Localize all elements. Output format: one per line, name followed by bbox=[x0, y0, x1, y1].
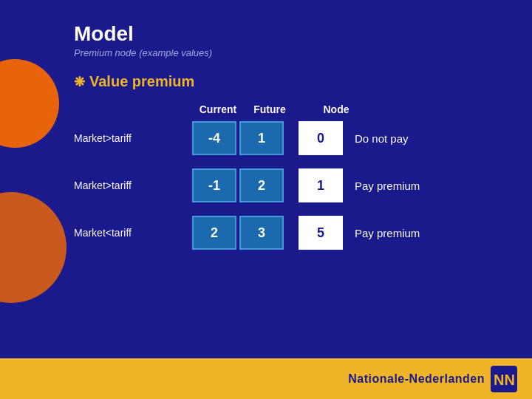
row-label-3: Market<tariff bbox=[74, 227, 192, 239]
cell-future-2: 2 bbox=[239, 168, 284, 202]
table-row: Market>tariff -1 2 1 Pay premium bbox=[74, 168, 517, 202]
table-row: Market<tariff 2 3 5 Pay premium bbox=[74, 216, 517, 250]
header-future: Future bbox=[244, 103, 296, 115]
slide-subtitle: Premium node (example values) bbox=[74, 47, 517, 58]
circle-bottom bbox=[0, 192, 66, 303]
circle-top bbox=[0, 59, 59, 148]
cell-current-3: 2 bbox=[192, 216, 236, 250]
row-action-1: Do not pay bbox=[355, 132, 409, 145]
slide-title: Model bbox=[74, 22, 517, 46]
cell-node-3: 5 bbox=[299, 216, 343, 250]
cell-future-1: 1 bbox=[239, 121, 284, 155]
row-action-2: Pay premium bbox=[355, 180, 420, 192]
cell-node-1: 0 bbox=[299, 121, 343, 155]
cell-current-1: -4 bbox=[192, 121, 236, 155]
row-action-3: Pay premium bbox=[355, 227, 420, 239]
header-node: Node bbox=[310, 103, 362, 115]
premium-table: Current Future Node Market>tariff -4 1 0… bbox=[74, 103, 517, 250]
brand-name: Nationale-Nederlanden bbox=[348, 372, 485, 386]
cell-future-3: 3 bbox=[239, 216, 284, 250]
main-content: Model Premium node (example values) ❋ Va… bbox=[74, 22, 517, 355]
decorative-circles bbox=[0, 44, 66, 355]
section-heading: ❋ Value premium bbox=[74, 73, 517, 90]
brand-logo-icon: NN bbox=[491, 366, 517, 392]
row-label-1: Market>tariff bbox=[74, 132, 192, 144]
table-header: Current Future Node bbox=[192, 103, 517, 115]
svg-text:NN: NN bbox=[494, 372, 515, 388]
header-current: Current bbox=[192, 103, 244, 115]
brand-bar: Nationale-Nederlanden NN bbox=[0, 358, 532, 399]
row-label-2: Market>tariff bbox=[74, 180, 192, 191]
section-heading-text: Value premium bbox=[89, 73, 194, 90]
cell-node-2: 1 bbox=[299, 168, 343, 202]
star-icon: ❋ bbox=[74, 74, 85, 90]
cell-current-2: -1 bbox=[192, 168, 236, 202]
table-row: Market>tariff -4 1 0 Do not pay bbox=[74, 121, 517, 155]
